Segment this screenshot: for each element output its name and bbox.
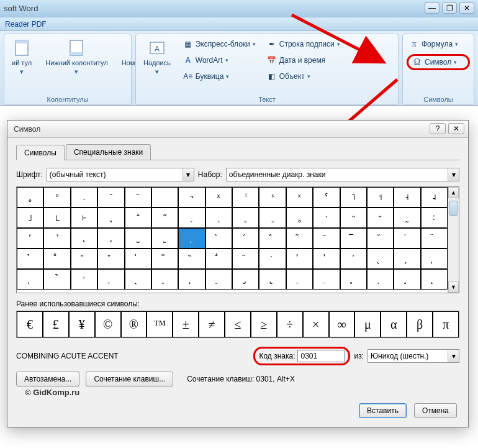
- object-button[interactable]: ◧Объект▾: [264, 70, 343, 83]
- grid-cell[interactable]: ˱: [232, 208, 259, 228]
- recent-cell[interactable]: β: [407, 311, 433, 337]
- grid-cell[interactable]: ˢ: [259, 187, 286, 208]
- recent-cell[interactable]: ®: [121, 311, 147, 337]
- recent-cell[interactable]: π: [433, 311, 459, 337]
- grid-cell[interactable]: ̂: [259, 228, 286, 249]
- grid-cell[interactable]: ̕: [340, 249, 367, 269]
- chevron-down-icon[interactable]: ▾: [183, 168, 194, 181]
- grid-cell[interactable]: ̃: [286, 228, 313, 249]
- grid-cell[interactable]: ̠: [205, 269, 232, 290]
- grid-cell[interactable]: ̘: [421, 249, 448, 269]
- grid-cell[interactable]: ̛: [71, 269, 97, 290]
- grid-cell[interactable]: ̡: [232, 269, 259, 290]
- textbox-button[interactable]: A Надпись▾: [140, 37, 174, 83]
- grid-cell[interactable]: ˲: [259, 208, 286, 228]
- grid-cell[interactable]: [151, 187, 178, 208]
- grid-cell[interactable]: °: [43, 187, 70, 208]
- grid-cell[interactable]: ̏: [178, 249, 205, 269]
- grid-cell[interactable]: ˴: [313, 208, 340, 228]
- set-combo[interactable]: объединенные диакр. знаки ▾: [226, 168, 459, 181]
- formula-button[interactable]: πФормула▾: [407, 38, 470, 50]
- grid-cell[interactable]: ˳: [17, 187, 43, 208]
- grid-cell[interactable]: ˭: [125, 208, 151, 228]
- recent-cell[interactable]: ™: [147, 311, 173, 337]
- chevron-down-icon[interactable]: ▾: [448, 168, 459, 181]
- dialog-close[interactable]: ✕: [448, 123, 464, 134]
- recent-cell[interactable]: ≥: [251, 311, 277, 337]
- grid-cell[interactable]: ˹: [17, 228, 43, 249]
- grid-cell[interactable]: ˼: [97, 228, 124, 249]
- grid-cell[interactable]: ̀: [205, 228, 232, 249]
- grid-cell[interactable]: ̋: [71, 249, 97, 269]
- grid-cell[interactable]: ˤ: [313, 187, 340, 208]
- grid-cell[interactable]: ̝: [125, 269, 151, 290]
- scroll-up-icon[interactable]: ▲: [448, 187, 459, 198]
- grid-cell[interactable]: .: [71, 187, 97, 208]
- scroll-thumb[interactable]: [449, 201, 458, 216]
- grid-cell[interactable]: ̐: [205, 249, 232, 269]
- grid-cell[interactable]: ˶: [367, 208, 394, 228]
- cancel-button[interactable]: Отмена: [414, 403, 457, 418]
- grid-cell[interactable]: ˞: [178, 187, 205, 208]
- grid-cell[interactable]: ˮ: [151, 208, 178, 228]
- grid-cell[interactable]: ˺: [43, 228, 70, 249]
- tab-special[interactable]: Специальные знаки: [66, 144, 151, 160]
- grid-cell[interactable]: ̨: [421, 269, 448, 290]
- shortcut-button[interactable]: Сочетание клавиш...: [86, 372, 173, 386]
- grid-cell[interactable]: ̦: [367, 269, 394, 290]
- recent-cell[interactable]: €: [17, 311, 43, 337]
- grid-cell[interactable]: ̥: [340, 269, 367, 290]
- grid-cell[interactable]: ˧: [394, 187, 420, 208]
- dropcap-button[interactable]: A≡Буквица▾: [181, 70, 258, 83]
- grid-cell[interactable]: ̚: [43, 269, 70, 290]
- grid-cell[interactable]: ̑: [232, 249, 259, 269]
- grid-cell[interactable]: ̙: [17, 269, 43, 290]
- grid-cell[interactable]: ̞: [151, 269, 178, 290]
- grid-cell[interactable]: ̌: [97, 249, 124, 269]
- grid-cell[interactable]: ̇: [394, 228, 420, 249]
- grid-cell[interactable]: ˨: [421, 187, 448, 208]
- grid-cell[interactable]: ˫: [71, 208, 97, 228]
- grid-cell[interactable]: ̤: [313, 269, 340, 290]
- grid-cell[interactable]: ˰: [205, 208, 232, 228]
- wordart-button[interactable]: AWordArt▾: [181, 54, 258, 66]
- window-minimize[interactable]: —: [425, 2, 440, 14]
- autocorrect-button[interactable]: Автозамена...: [16, 372, 79, 386]
- grid-cell[interactable]: ̆: [367, 228, 394, 249]
- grid-cell[interactable]: ˜: [97, 187, 124, 208]
- grid-cell[interactable]: ˩: [17, 208, 43, 228]
- recent-cell[interactable]: ≤: [225, 311, 251, 337]
- grid-cell[interactable]: ˽: [125, 228, 151, 249]
- grid-cell[interactable]: ̔: [313, 249, 340, 269]
- grid-cell[interactable]: ̢: [259, 269, 286, 290]
- recent-cell[interactable]: α: [381, 311, 407, 337]
- grid-cell[interactable]: ̅: [340, 228, 367, 249]
- grid-cell[interactable]: ̍: [125, 249, 151, 269]
- grid-cell[interactable]: ˸: [421, 208, 448, 228]
- recent-cell[interactable]: ©: [95, 311, 121, 337]
- grid-cell[interactable]: ˵: [340, 208, 367, 228]
- grid-cell[interactable]: ˝: [125, 187, 151, 208]
- window-close[interactable]: ✕: [459, 2, 474, 14]
- symbol-button[interactable]: ΩСимвол▾: [407, 54, 470, 70]
- grid-cell[interactable]: ˿: [178, 228, 205, 249]
- grid-cell[interactable]: ̧: [394, 269, 420, 290]
- grid-cell[interactable]: ̟: [178, 269, 205, 290]
- grid-cell[interactable]: ̈: [421, 228, 448, 249]
- grid-cell[interactable]: ˠ: [205, 187, 232, 208]
- upper-header-button[interactable]: ий тул▾: [8, 37, 35, 76]
- grid-cell[interactable]: ̎: [151, 249, 178, 269]
- recent-cell[interactable]: ¥: [69, 311, 95, 337]
- grid-cell[interactable]: ̒: [259, 249, 286, 269]
- grid-scrollbar[interactable]: ▲ ▼: [448, 187, 459, 293]
- from-combo[interactable]: Юникод (шестн.) ▾: [368, 349, 459, 363]
- signature-line-button[interactable]: ✒Строка подписи▾: [264, 38, 343, 50]
- recent-cell[interactable]: ×: [303, 311, 329, 337]
- recent-cell[interactable]: ÷: [277, 311, 303, 337]
- window-maximize[interactable]: ❐: [442, 2, 457, 14]
- grid-cell[interactable]: ̗: [394, 249, 420, 269]
- recent-cell[interactable]: μ: [354, 311, 381, 337]
- recent-cell[interactable]: £: [43, 311, 69, 337]
- tab-symbols[interactable]: Символы: [16, 145, 65, 160]
- grid-cell[interactable]: ̖: [367, 249, 394, 269]
